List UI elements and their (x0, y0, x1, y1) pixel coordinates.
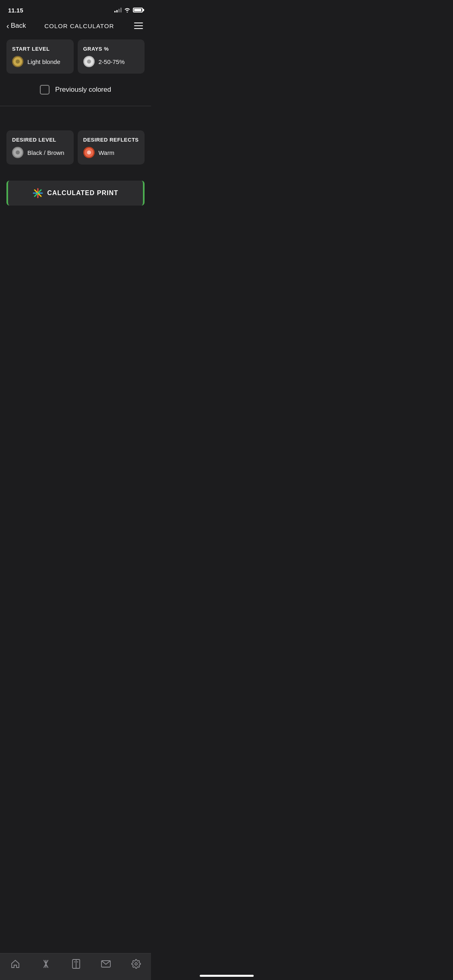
menu-line-1 (134, 23, 143, 23)
desired-reflects-label: Warm (99, 149, 114, 156)
grays-label: 2-50-75% (99, 58, 125, 65)
nav-title: COLOR CALCULATOR (44, 23, 114, 29)
calculated-print-icon (33, 188, 43, 198)
desired-level-card[interactable]: DESIRED LEVEL Black / Brown (6, 130, 74, 165)
grays-title: GRAYS % (83, 46, 139, 52)
chevron-left-icon: ‹ (6, 22, 9, 30)
back-button[interactable]: ‹ Back (6, 22, 26, 30)
desired-reflects-title: DESIRED REFLECTS (83, 137, 139, 143)
top-card-row: START LEVEL Light blonde GRAYS % 2-50-75… (6, 39, 145, 74)
start-level-card[interactable]: START LEVEL Light blonde (6, 39, 74, 74)
previously-colored-checkbox[interactable] (40, 85, 50, 95)
calculated-print-button[interactable]: CALCULATED PRINT (6, 181, 145, 206)
desired-level-value-row: Black / Brown (12, 147, 68, 158)
menu-line-3 (134, 28, 143, 29)
calculated-print-label: CALCULATED PRINT (47, 189, 118, 197)
status-icons (114, 8, 143, 12)
dot-inner (87, 150, 91, 154)
nav-bar: ‹ Back COLOR CALCULATOR (0, 18, 151, 35)
desired-level-label: Black / Brown (27, 149, 64, 156)
spacer2 (0, 230, 151, 254)
desired-reflects-value-row: Warm (83, 147, 139, 158)
desired-reflects-dot (83, 147, 95, 158)
start-level-dot (12, 56, 23, 67)
dot-inner (87, 60, 91, 64)
desired-level-dot (12, 147, 23, 158)
section-1: START LEVEL Light blonde GRAYS % 2-50-75… (0, 35, 151, 95)
status-bar: 11.15 (0, 0, 151, 18)
start-level-label: Light blonde (27, 58, 60, 65)
status-time: 11.15 (8, 7, 23, 14)
grays-card[interactable]: GRAYS % 2-50-75% (78, 39, 145, 74)
signal-icon (114, 8, 122, 12)
grays-value-row: 2-50-75% (83, 56, 139, 67)
spacer (0, 206, 151, 230)
desired-reflects-card[interactable]: DESIRED REFLECTS Warm (78, 130, 145, 165)
previously-colored-row: Previously colored (6, 85, 145, 95)
back-label: Back (11, 22, 26, 30)
bottom-card-row: DESIRED LEVEL Black / Brown DESIRED REFL… (6, 130, 145, 165)
menu-line-2 (134, 25, 143, 26)
battery-icon (133, 8, 143, 12)
menu-button[interactable] (132, 21, 145, 31)
dot-inner (16, 150, 20, 154)
start-level-title: START LEVEL (12, 46, 68, 52)
start-level-value-row: Light blonde (12, 56, 68, 67)
grays-dot (83, 56, 95, 67)
desired-level-title: DESIRED LEVEL (12, 137, 68, 143)
section-2: DESIRED LEVEL Black / Brown DESIRED REFL… (0, 106, 151, 206)
wifi-icon (124, 8, 130, 12)
previously-colored-label: Previously colored (55, 86, 111, 94)
dot-inner (16, 60, 20, 64)
